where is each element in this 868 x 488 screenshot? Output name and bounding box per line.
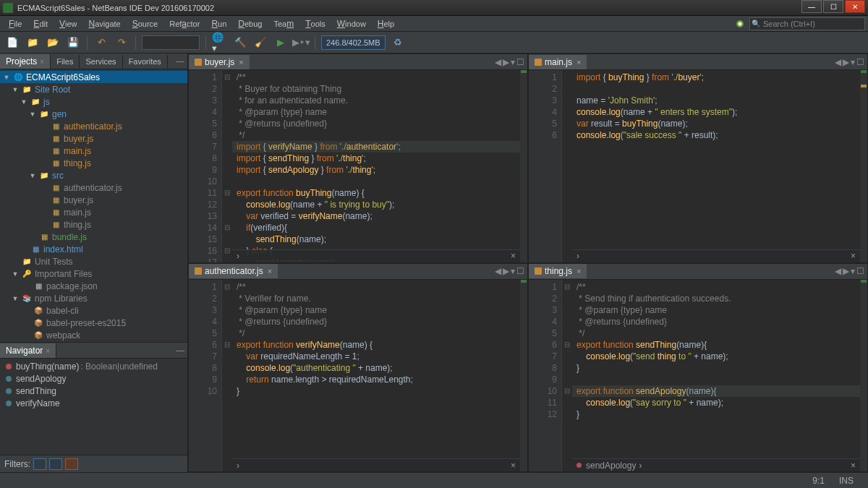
project-tree[interactable]: ▼🌐ECMAScript6Sales ▼📁Site Root ▼📁js ▼📁ge… [0,69,187,342]
member-dot-icon [576,463,582,468]
code-area-buyer[interactable]: 1 2 3 4 5 6 7 8 9 10 11 12 13 14 15 16 1… [189,70,527,262]
close-icon[interactable]: × [851,250,856,262]
menu-edit[interactable]: Edit [27,17,54,30]
menu-bar: File Edit View Navigate Source Refactor … [0,16,868,32]
window-title: ECMAScript6Sales - NetBeans IDE Dev 2016… [17,4,800,12]
close-icon[interactable]: × [40,58,44,66]
navigator-item[interactable]: sendApology [0,372,187,385]
status-caret-position: 9:1 [812,476,825,486]
menu-refactor[interactable]: Refactor [163,17,205,30]
run-button[interactable]: ▶ [273,35,289,51]
panel-minimize-button[interactable]: — [176,56,184,67]
left-panel-tabs: Projects× Files Services Favorites — [0,53,187,69]
undo-button[interactable]: ↶ [93,35,109,51]
editor-buyer: buyer.js× ◀▶▾☐ 1 2 3 4 5 6 7 8 9 10 11 1… [188,53,528,263]
status-bar: 9:1 INS [0,472,868,488]
menu-file[interactable]: File [3,17,27,30]
chevron-right-icon[interactable]: › [237,250,239,262]
config-combo[interactable] [142,35,200,50]
close-icon[interactable]: × [268,267,272,275]
new-file-button[interactable]: 📄 [4,35,20,51]
js-file-icon [535,267,542,275]
chevron-right-icon[interactable]: › [576,250,579,262]
close-icon[interactable]: × [576,58,581,67]
editor-tab-main[interactable]: main.js× [529,55,587,69]
clean-build-button[interactable]: 🧹 [252,35,268,51]
menu-debug[interactable]: Debug [232,17,268,30]
js-file-icon [195,59,202,66]
tab-projects[interactable]: Projects× [0,54,51,69]
editor-tab-thing[interactable]: thing.js× [529,264,587,278]
tree-project-root[interactable]: ▼🌐ECMAScript6Sales [0,71,187,83]
filter-button[interactable] [33,458,46,470]
menu-view[interactable]: View [54,17,83,30]
window-maximize-button[interactable]: ☐ [823,0,843,13]
chevron-right-icon[interactable]: › [237,460,239,471]
tab-favorites[interactable]: Favorites [123,55,168,68]
editor-main: main.js× ◀▶▾☐ 1 2 3 4 5 6 import { buyTh… [528,53,868,263]
open-button[interactable]: 📂 [45,35,61,51]
close-icon[interactable]: × [511,460,516,471]
close-icon[interactable]: × [511,250,516,262]
editor-thing: thing.js× ◀▶▾☐ 1 2 3 4 5 6 7 8 9 10 11 1… [528,263,868,473]
editor-controls-icon[interactable]: ◀ [495,57,501,67]
panel-minimize-button[interactable]: — [176,346,184,356]
js-file-icon [195,267,202,275]
menu-tools[interactable]: Tools [299,17,331,30]
browser-button[interactable]: 🌐▾ [212,35,228,51]
tab-services[interactable]: Services [80,55,122,68]
tab-navigator[interactable]: Navigator× [0,343,56,358]
navigator-members[interactable]: buyThing(name) : Boolean|undefined sendA… [0,359,187,455]
navigator-item[interactable]: verifyName [0,397,187,409]
code-area-main[interactable]: 1 2 3 4 5 6 import { buyThing } from './… [529,70,867,262]
close-icon[interactable]: × [46,347,50,355]
js-file-icon [535,59,542,66]
tab-files[interactable]: Files [51,55,80,68]
editor-tab-buyer[interactable]: buyer.js× [189,55,250,69]
navigator-item[interactable]: sendThing [0,385,187,397]
global-search-input[interactable]: Search (Ctrl+I) [749,17,865,30]
main-toolbar: 📄 📁 📂 💾 ↶ ↷ 🌐▾ 🔨 🧹 ▶ ▶‣▾ 246.8/402.5MB ♻ [0,32,868,53]
build-button[interactable]: 🔨 [232,35,248,51]
app-icon [3,3,13,13]
menu-navigate[interactable]: Navigate [83,17,127,30]
gc-button[interactable]: ♻ [390,35,406,51]
redo-button[interactable]: ↷ [114,35,129,51]
save-all-button[interactable]: 💾 [65,35,81,51]
memory-widget[interactable]: 246.8/402.5MB [321,35,386,50]
window-minimize-button[interactable]: — [801,0,822,13]
debug-button[interactable]: ▶‣▾ [293,35,309,51]
menu-run[interactable]: Run [205,17,232,30]
code-area-authenticator[interactable]: 1 2 3 4 5 6 7 8 9 10 ⊟ ⊟ /** * Verifier … [189,280,527,472]
navigator-filters: Filters: [0,455,187,472]
navigator-item[interactable]: buyThing(name) : Boolean|undefined [0,360,187,372]
menu-source[interactable]: Source [127,17,164,30]
menu-team[interactable]: Team [268,17,299,30]
filter-button[interactable] [65,458,78,470]
window-close-button[interactable]: ✕ [845,0,865,13]
close-icon[interactable]: × [239,58,243,67]
code-area-thing[interactable]: 1 2 3 4 5 6 7 8 9 10 11 12 ⊟ ⊟ ⊟ /** * S… [529,280,867,472]
status-insert-mode: INS [839,476,854,486]
close-icon[interactable]: × [576,267,581,275]
new-project-button[interactable]: 📁 [25,35,41,51]
menu-window[interactable]: Window [331,17,372,30]
filter-button[interactable] [49,458,62,470]
editor-authenticator: authenticator.js× ◀▶▾☐ 1 2 3 4 5 6 7 8 9… [188,263,528,473]
close-icon[interactable]: × [851,460,856,471]
window-titlebar: ECMAScript6Sales - NetBeans IDE Dev 2016… [0,0,868,16]
status-light-icon [736,20,744,27]
editor-tab-authenticator[interactable]: authenticator.js× [189,264,278,278]
menu-help[interactable]: Help [372,17,400,30]
